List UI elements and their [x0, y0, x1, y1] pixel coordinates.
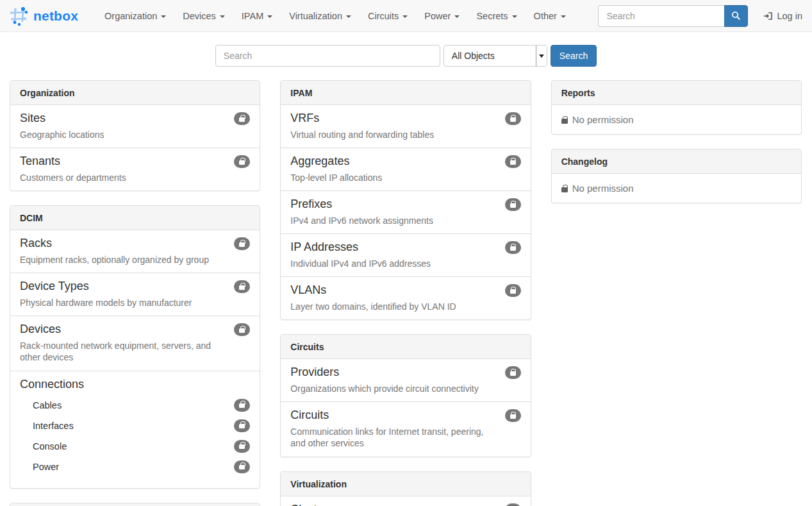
lock-badge: [505, 284, 521, 297]
cables-link[interactable]: Cables: [33, 400, 62, 410]
connections-title: Connections: [20, 378, 250, 392]
list-item-device-types: Device Types Physical hardware models by…: [10, 273, 260, 316]
global-search-input[interactable]: [215, 45, 440, 67]
login-link[interactable]: Log in: [763, 11, 802, 21]
circuits-link[interactable]: Circuits: [290, 409, 329, 423]
menu-other[interactable]: Other: [526, 0, 574, 32]
menu-secrets[interactable]: Secrets: [468, 0, 525, 32]
list-item-circuits: Circuits Communication links for Interne…: [281, 401, 530, 457]
menu-circuits[interactable]: Circuits: [360, 0, 416, 32]
menu-devices[interactable]: Devices: [174, 0, 233, 32]
lock-badge: [505, 198, 521, 211]
panel-title: Changelog: [552, 149, 801, 174]
netbox-brand[interactable]: netbox: [10, 6, 78, 26]
console-link[interactable]: Console: [33, 441, 67, 451]
clusters-link[interactable]: Clusters: [290, 503, 333, 506]
providers-link[interactable]: Providers: [290, 366, 339, 380]
vrfs-link[interactable]: VRFs: [290, 112, 319, 126]
racks-link[interactable]: Racks: [20, 237, 52, 251]
lock-badge: [234, 460, 250, 473]
item-description: Communication links for Internet transit…: [290, 426, 520, 450]
search-icon: [731, 11, 741, 21]
panel-title: Circuits: [281, 335, 530, 359]
menu-label: Circuits: [368, 11, 399, 21]
menu-ipam[interactable]: IPAM: [233, 0, 281, 32]
lock-badge: [505, 503, 521, 506]
menu-label: Power: [424, 11, 451, 21]
menu-label: Virtualization: [289, 11, 342, 21]
navbar-right: Log in: [598, 5, 802, 27]
lock-badge: [505, 366, 521, 379]
panel-changelog: Changelog No permission: [551, 149, 802, 203]
menu-label: Secrets: [476, 11, 508, 21]
lock-icon: [510, 203, 516, 208]
lock-icon: [510, 117, 516, 122]
lock-icon: [239, 117, 245, 122]
panel-dcim: DCIM Racks Equipment racks, optionally o…: [10, 205, 260, 489]
aggregates-link[interactable]: Aggregates: [290, 155, 349, 169]
menu-power[interactable]: Power: [416, 0, 468, 32]
lock-icon: [239, 242, 245, 247]
devices-link[interactable]: Devices: [20, 323, 61, 337]
item-description: Physical hardware models by manufacturer: [20, 297, 250, 308]
vlans-link[interactable]: VLANs: [290, 283, 326, 298]
menu-label: Organization: [104, 11, 157, 21]
navbar-search-form: [598, 5, 748, 27]
power-connections-link[interactable]: Power: [33, 462, 59, 472]
menu-organization[interactable]: Organization: [96, 0, 174, 32]
chevron-down-icon: [346, 15, 351, 18]
interfaces-link[interactable]: Interfaces: [33, 421, 74, 431]
panel-reports: Reports No permission: [551, 80, 802, 135]
menu-label: Other: [534, 11, 557, 21]
object-type-select[interactable]: All Objects: [443, 45, 547, 67]
panel-title: Organization: [10, 81, 260, 105]
ip-addresses-link[interactable]: IP Addresses: [290, 240, 358, 255]
sub-item-interfaces: Interfaces: [33, 419, 250, 432]
chevron-down-icon: [561, 15, 566, 18]
chevron-down-icon: [267, 15, 272, 18]
top-navbar: netbox Organization Devices IPAM Virtual…: [0, 0, 812, 32]
item-description: Customers or departments: [20, 172, 250, 183]
main-menu: Organization Devices IPAM Virtualization…: [96, 0, 574, 32]
netbox-logo-icon: [10, 6, 29, 26]
no-permission-row: No permission: [552, 174, 801, 203]
lock-icon: [561, 187, 568, 192]
lock-badge: [505, 409, 521, 422]
lock-badge: [234, 323, 250, 336]
lock-badge: [505, 155, 521, 168]
panel-title: Power: [10, 503, 260, 506]
lock-badge: [234, 280, 250, 293]
item-description: IPv4 and IPv6 network assignments: [290, 215, 520, 226]
panel-title: Reports: [552, 81, 801, 105]
sites-link[interactable]: Sites: [20, 112, 46, 126]
lock-icon: [561, 119, 568, 124]
list-item-connections: Connections Cables Interfaces Console Po…: [10, 371, 260, 489]
panel-ipam: IPAM VRFs Virtual routing and forwarding…: [280, 80, 531, 320]
sub-item-console: Console: [33, 440, 250, 453]
lock-badge: [234, 155, 250, 168]
panel-circuits: Circuits Providers Organizations which p…: [280, 334, 531, 457]
lock-icon: [510, 160, 516, 165]
list-item-vlans: VLANs Layer two domains, identified by V…: [281, 276, 530, 319]
list-item-prefixes: Prefixes IPv4 and IPv6 network assignmen…: [281, 190, 530, 233]
item-description: Top-level IP allocations: [290, 172, 520, 183]
global-search-button[interactable]: Search: [551, 45, 597, 67]
column-middle: IPAM VRFs Virtual routing and forwarding…: [280, 80, 531, 506]
brand-name: netbox: [33, 8, 78, 24]
global-search-bar: All Objects Search: [0, 45, 812, 67]
lock-badge: [234, 440, 250, 453]
lock-icon: [239, 403, 245, 408]
item-description: Rack-mounted network equipment, servers,…: [20, 340, 250, 364]
navbar-search-input[interactable]: [598, 5, 724, 27]
object-type-select-wrap: All Objects: [443, 45, 547, 67]
tenants-link[interactable]: Tenants: [20, 155, 60, 169]
item-description: Equipment racks, optionally organized by…: [20, 254, 250, 266]
navbar-search-button[interactable]: [724, 5, 748, 27]
prefixes-link[interactable]: Prefixes: [290, 198, 332, 212]
list-item-providers: Providers Organizations which provide ci…: [281, 359, 530, 401]
menu-virtualization[interactable]: Virtualization: [281, 0, 360, 32]
chevron-down-icon: [220, 15, 225, 18]
lock-icon: [239, 424, 245, 428]
list-item-ip-addresses: IP Addresses Individual IPv4 and IPv6 ad…: [281, 233, 530, 276]
device-types-link[interactable]: Device Types: [20, 280, 89, 294]
